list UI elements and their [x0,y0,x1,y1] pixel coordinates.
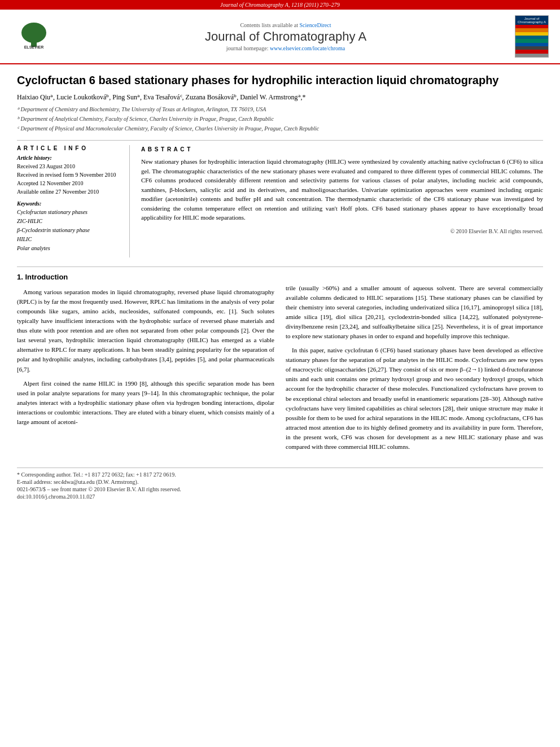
accepted-date: Accepted 12 November 2010 [17,179,121,187]
article-info-col: A R T I C L E I N F O Article history: R… [17,145,130,257]
sciencedirect-link[interactable]: ScienceDirect [299,22,331,28]
keywords-label: Keywords: [17,200,121,207]
history-dates: Received 23 August 2010 Received in revi… [17,162,121,196]
intro-para-3: trile (usually >60%) and a smaller amoun… [286,283,543,341]
sciencedirect-line: Contents lists available at ScienceDirec… [56,22,515,28]
available-date: Available online 27 November 2010 [17,187,121,196]
affiliation-c: ᶜ Department of Physical and Macromolecu… [17,124,543,133]
affiliation-b: ᵇ Department of Analytical Chemistry, Fa… [17,115,543,124]
intro-para-1: Among various separation modes in liquid… [17,287,274,374]
keywords-block: Keywords: Cyclofructan stationary phases… [17,200,121,253]
copyright: © 2010 Elsevier B.V. All rights reserved… [141,227,543,235]
authors-line: Haixiao Qiuᵃ, Lucie Loukotkováᵇ, Ping Su… [17,93,543,102]
banner-text: Journal of Chromatography A, 1218 (2011)… [220,2,340,8]
svg-text:ELSEVIER: ELSEVIER [24,45,44,49]
affiliation-a: ᵃ Department of Chemistry and Biochemist… [17,105,543,114]
journal-homepage: journal homepage: www.elsevier.com/locat… [56,45,515,51]
email-line: E-mail address: sec4dwa@uta.edu (D.W. Ar… [17,479,543,485]
journal-header: ELSEVIER Contents lists available at Sci… [0,10,560,64]
intro-para-4: In this paper, native cyclofrutan 6 (CF6… [286,346,543,452]
article-main: Cyclofructan 6 based stationary phases f… [0,64,560,512]
article-title: Cyclofructan 6 based stationary phases f… [17,73,543,88]
journal-title: Journal of Chromatography A [56,29,515,44]
journal-cover-image: Journal of Chromatography A [515,15,549,58]
keyword-item: β-Cyclodextrin stationary phase [17,226,121,235]
keywords-list: Cyclofructan stationary phasesZIC-HILICβ… [17,208,121,253]
abstract-text: New stationary phases for hydrophilic in… [141,157,543,222]
received-date: Received 23 August 2010 [17,162,121,171]
intro-para-2: Alpert first coined the name HILIC in 19… [17,379,274,427]
section1-heading: 1. Introduction [17,272,274,283]
keyword-item: HILIC [17,235,121,244]
history-block: Article history: Received 23 August 2010… [17,155,121,196]
footnotes: * Corresponding author. Tel.: +1 817 272… [17,468,543,500]
divider-2 [17,267,543,267]
affiliations: ᵃ Department of Chemistry and Biochemist… [17,105,543,133]
body-content: 1. Introduction Among various separation… [17,272,543,456]
journal-title-area: Contents lists available at ScienceDirec… [56,22,515,51]
top-banner: Journal of Chromatography A, 1218 (2011)… [0,0,560,10]
keyword-item: ZIC-HILIC [17,217,121,226]
svg-point-2 [21,23,46,43]
body-left-col: 1. Introduction Among various separation… [17,272,274,456]
abstract-label: A B S T R A C T [141,145,543,154]
corresponding-author: * Corresponding author. Tel.: +1 817 272… [17,471,543,478]
keyword-item: Cyclofructan stationary phases [17,208,121,217]
homepage-url[interactable]: www.elsevier.com/locate/chroma [270,45,345,51]
keyword-item: Polar analytes [17,244,121,253]
history-label: Article history: [17,155,121,161]
abstract-col: A B S T R A C T New stationary phases fo… [141,145,543,257]
body-right-col: trile (usually >60%) and a smaller amoun… [286,272,543,456]
article-info-abstract: A R T I C L E I N F O Article history: R… [17,145,543,257]
divider-1 [17,140,543,141]
elsevier-logo: ELSEVIER [11,21,56,52]
doi-line: doi:10.1016/j.chroma.2010.11.027 [17,493,543,500]
issn-line: 0021-9673/$ – see front matter © 2010 El… [17,486,543,492]
article-info-label: A R T I C L E I N F O [17,145,121,151]
received-revised-date: Received in revised form 9 November 2010 [17,171,121,179]
